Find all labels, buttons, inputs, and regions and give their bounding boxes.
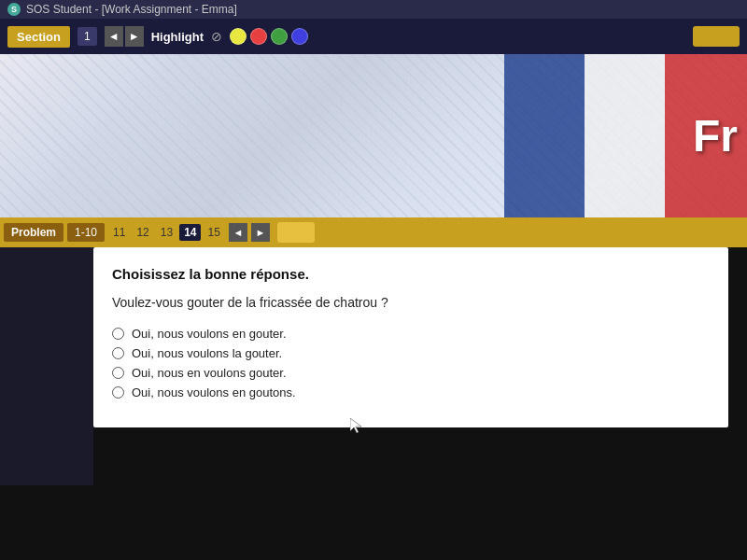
color-picker <box>230 28 308 45</box>
app-icon: S <box>7 3 21 16</box>
prob-num-14[interactable]: 14 <box>179 224 201 241</box>
option-4-text: Oui, nous voulons en goutons. <box>132 385 296 399</box>
prob-num-15[interactable]: 15 <box>203 224 224 241</box>
question-text: Voulez-vous gouter de la fricassée de ch… <box>112 295 710 310</box>
answer-options: Oui, nous voulons en gouter. Oui, nous v… <box>112 327 710 399</box>
section-nav: ◄ ► <box>105 26 144 47</box>
option-2-text: Oui, nous voulons la gouter. <box>132 346 282 360</box>
color-red[interactable] <box>250 28 267 45</box>
problem-prev-button[interactable]: ◄ <box>229 223 247 242</box>
title-bar: S SOS Student - [Work Assignment - Emma] <box>0 0 747 19</box>
color-yellow[interactable] <box>230 28 247 45</box>
radio-1[interactable] <box>112 328 124 340</box>
highlight-slash-icon: ⊘ <box>211 29 222 44</box>
prob-num-11[interactable]: 11 <box>108 224 130 241</box>
section-button[interactable]: Section <box>7 26 70 48</box>
french-text-overlay: Fr <box>504 54 747 217</box>
option-4[interactable]: Oui, nous voulons en goutons. <box>112 385 710 399</box>
question-area: Choisissez la bonne réponse. Voulez-vous… <box>93 247 728 427</box>
left-panel <box>0 217 93 488</box>
problem-bar: Problem 1-10 11 12 13 14 15 ◄ ► <box>0 217 747 247</box>
question-instruction: Choisissez la bonne réponse. <box>112 266 710 282</box>
main-area: Fr Problem 1-10 11 12 13 14 15 ◄ ► Chois… <box>0 54 747 560</box>
problem-next-button[interactable]: ► <box>251 223 270 242</box>
toolbar-tab <box>693 26 740 47</box>
section-prev-button[interactable]: ◄ <box>105 26 123 47</box>
problem-numbers: 11 12 13 14 15 <box>108 224 225 241</box>
problem-label: Problem <box>4 223 63 242</box>
option-3-text: Oui, nous en voulons gouter. <box>132 366 287 380</box>
section-number: 1 <box>78 27 97 46</box>
option-2[interactable]: Oui, nous voulons la gouter. <box>112 346 710 360</box>
radio-4[interactable] <box>112 386 124 399</box>
color-green[interactable] <box>271 28 288 45</box>
bottom-area <box>0 485 747 560</box>
section-next-button[interactable]: ► <box>125 26 144 47</box>
radio-2[interactable] <box>112 347 124 359</box>
color-blue[interactable] <box>291 28 308 45</box>
prob-num-13[interactable]: 13 <box>156 224 177 241</box>
problem-accent-tab <box>277 222 315 243</box>
prob-num-12[interactable]: 12 <box>132 224 153 241</box>
option-3[interactable]: Oui, nous en voulons gouter. <box>112 366 710 380</box>
option-1[interactable]: Oui, nous voulons en gouter. <box>112 327 710 341</box>
option-1-text: Oui, nous voulons en gouter. <box>132 327 287 341</box>
highlight-label: Highlight <box>151 30 204 44</box>
window-title: SOS Student - [Work Assignment - Emma] <box>26 3 237 16</box>
problem-range[interactable]: 1-10 <box>67 223 105 242</box>
radio-3[interactable] <box>112 367 124 379</box>
toolbar: Section 1 ◄ ► Highlight ⊘ <box>0 19 747 54</box>
